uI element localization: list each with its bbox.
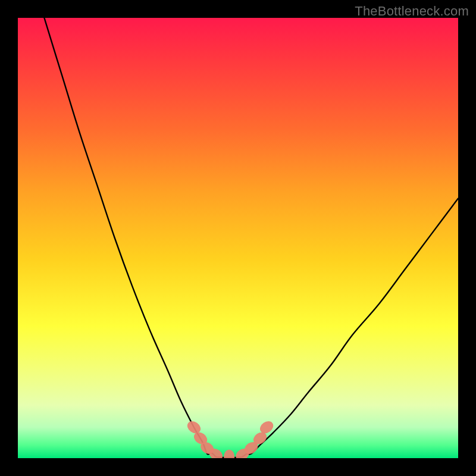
bottleneck-curve-path <box>44 18 458 458</box>
curve-svg <box>18 18 458 458</box>
bottleneck-curve <box>44 18 458 458</box>
curve-marker <box>224 450 234 458</box>
plot-area <box>18 18 458 458</box>
watermark-text: TheBottleneck.com <box>355 4 469 19</box>
curve-markers <box>185 419 275 458</box>
chart-frame: TheBottleneck.com <box>0 0 476 476</box>
